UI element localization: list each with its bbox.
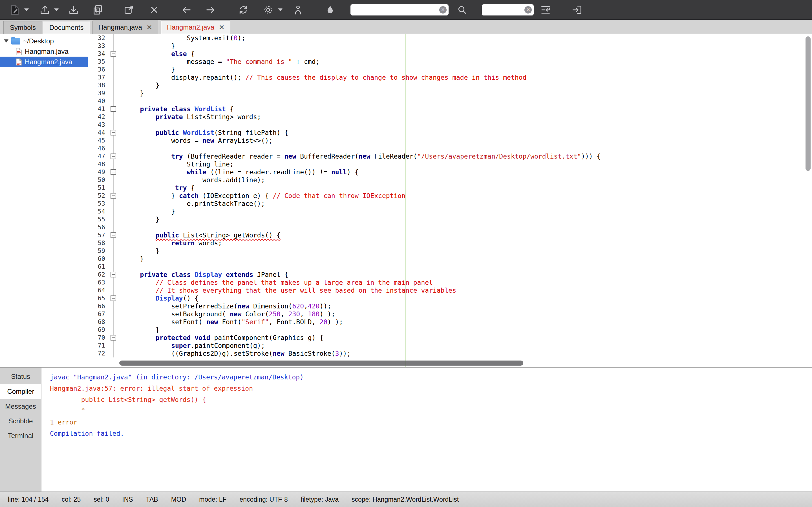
fold-margin [105, 160, 121, 168]
code-line: 54 } [88, 208, 812, 216]
search-input[interactable] [354, 6, 439, 14]
fold-margin [105, 326, 121, 334]
file-tab-label: Hangman2.java [167, 23, 214, 31]
clear-search-icon[interactable]: ✕ [439, 6, 447, 13]
tree-item-hangman-java[interactable]: Hangman.java [0, 46, 88, 57]
fold-toggle-icon[interactable] [110, 232, 116, 238]
fold-toggle-icon[interactable] [110, 272, 116, 277]
line-number: 45 [88, 136, 105, 145]
close-tab-icon[interactable]: ✕ [219, 23, 224, 31]
file-tab-strip: Hangman.java✕Hangman2.java✕ [88, 20, 812, 34]
code-text: private List<String> words; [124, 113, 261, 121]
fold-toggle-icon[interactable] [110, 295, 116, 301]
code-text: } [124, 89, 144, 97]
panel-tab-status[interactable]: Status [0, 369, 41, 384]
fold-margin [105, 349, 121, 357]
code-editor[interactable]: 32 System.exit(0);33 }34 else {35 messag… [88, 34, 812, 367]
code-line: 68 setFont( new Font("Serif", Font.BOLD,… [88, 318, 812, 326]
code-line: 66 setPreferredSize(new Dimension(620,42… [88, 302, 812, 310]
line-number: 71 [88, 342, 105, 349]
fold-margin [105, 129, 121, 136]
fold-toggle-icon[interactable] [110, 130, 116, 135]
fold-toggle-icon[interactable] [110, 335, 116, 341]
code-text: Display() { [124, 294, 199, 302]
vertical-scrollbar[interactable] [806, 36, 811, 171]
fold-margin [105, 255, 121, 263]
fold-margin [105, 113, 121, 121]
save-file-button[interactable] [67, 3, 80, 16]
line-number: 38 [88, 81, 105, 89]
new-file-menu-chevron-icon[interactable] [24, 8, 29, 11]
tree-item-label: ~/Desktop [23, 37, 54, 45]
code-text: setBackground( new Color(250, 230, 180) … [124, 310, 335, 318]
navigate-back-button[interactable] [180, 3, 193, 16]
save-all-button[interactable] [91, 3, 104, 16]
fold-guide-line [113, 349, 114, 357]
sidebar-tab-documents[interactable]: Documents [43, 21, 90, 34]
fold-guide-line [113, 89, 114, 97]
panel-tab-scribble[interactable]: Scribble [0, 414, 41, 429]
compile-button[interactable] [237, 3, 250, 16]
code-text: ((Graphics2D)g).setStroke(new BasicStrok… [124, 349, 351, 357]
code-line: 36 } [88, 66, 812, 73]
tree-item-hangman2-java[interactable]: Hangman2.java [0, 57, 88, 67]
line-number: 39 [88, 89, 105, 97]
code-line: 55 } [88, 216, 812, 223]
panel-tab-messages[interactable]: Messages [0, 399, 41, 414]
code-line: 41 private class WordList { [88, 105, 812, 113]
build-button[interactable] [262, 3, 274, 16]
close-document-button[interactable] [148, 3, 161, 16]
color-chooser-button[interactable] [324, 3, 337, 16]
fold-margin [105, 184, 121, 192]
fold-margin [105, 263, 121, 271]
fold-margin [105, 152, 121, 160]
line-number: 61 [88, 263, 105, 271]
run-button[interactable] [292, 3, 305, 16]
revert-button[interactable] [122, 3, 135, 16]
disclosure-triangle-icon[interactable] [4, 40, 8, 43]
fold-guide-line [113, 223, 114, 231]
code-line: 46 [88, 145, 812, 152]
fold-guide-line [113, 42, 114, 50]
goto-line-input[interactable] [485, 6, 524, 14]
code-text: } [124, 42, 175, 50]
clear-goto-icon[interactable]: ✕ [524, 6, 532, 13]
status-item: col: 25 [62, 496, 81, 503]
code-text: while ((line = reader.readLine()) != nul… [124, 168, 359, 176]
code-text: try { [124, 184, 195, 192]
fold-guide-line [113, 73, 114, 81]
tree-item-desktop[interactable]: ~/Desktop [0, 36, 88, 46]
horizontal-scrollbar[interactable] [119, 360, 523, 365]
fold-margin [105, 223, 121, 231]
fold-guide-line [113, 200, 114, 208]
code-line: 58 return words; [88, 239, 812, 247]
fold-toggle-icon[interactable] [110, 51, 116, 57]
line-number: 65 [88, 294, 105, 302]
sidebar-tab-symbols[interactable]: Symbols [3, 21, 42, 34]
code-text: private class Display extends JPanel { [124, 271, 289, 279]
fold-margin [105, 105, 121, 113]
compiler-output: javac "Hangman2.java" (in directory: /Us… [42, 368, 812, 492]
sidebar-tab-strip: SymbolsDocuments [0, 20, 88, 34]
quit-button[interactable] [571, 3, 583, 16]
panel-tab-compiler[interactable]: Compiler [0, 384, 41, 399]
fold-toggle-icon[interactable] [110, 169, 116, 175]
fold-toggle-icon[interactable] [110, 106, 116, 112]
build-menu-chevron-icon[interactable] [278, 8, 283, 11]
line-number: 57 [88, 231, 105, 239]
navigate-forward-button[interactable] [204, 3, 217, 16]
file-tab-hangman-java[interactable]: Hangman.java✕ [93, 20, 158, 34]
file-tab-hangman2-java[interactable]: Hangman2.java✕ [161, 20, 231, 34]
panel-tab-terminal[interactable]: Terminal [0, 429, 41, 443]
close-tab-icon[interactable]: ✕ [147, 23, 152, 31]
fold-toggle-icon[interactable] [110, 154, 116, 159]
open-file-menu-chevron-icon[interactable] [54, 8, 59, 11]
open-file-button[interactable] [38, 3, 51, 16]
find-button[interactable] [456, 3, 469, 16]
code-text: setFont( new Font("Serif", Font.BOLD, 20… [124, 318, 343, 326]
line-number: 32 [88, 34, 105, 42]
code-text: } catch (IOException e) { // Code that c… [124, 192, 405, 200]
fold-toggle-icon[interactable] [110, 193, 116, 199]
new-file-button[interactable] [8, 3, 21, 16]
jump-to-line-button[interactable] [539, 3, 552, 16]
